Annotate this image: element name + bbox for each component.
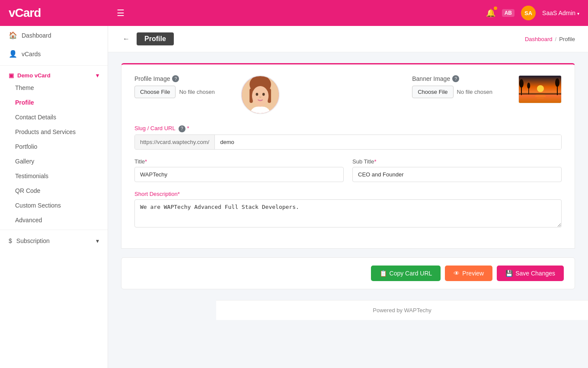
sidebar-section-demo-vcard[interactable]: ▣ Demo vCard ▾ [0, 68, 108, 80]
title-label: Title* [134, 158, 344, 165]
sidebar-item-dashboard[interactable]: 🏠 Dashboard [0, 26, 108, 45]
breadcrumb-current: Profile [559, 36, 575, 42]
sidebar-item-portfolio[interactable]: Portfolio [0, 139, 108, 154]
banner-image-group: Banner Image ? Choose File No file chose… [412, 75, 492, 98]
sidebar-arrow-icon: ▾ [96, 72, 99, 79]
slug-label: Slug / Card URL ? * [134, 125, 562, 132]
vcards-icon: 👤 [9, 50, 17, 58]
sidebar-label-portfolio: Portfolio [15, 143, 37, 150]
sidebar: 🏠 Dashboard 👤 vCards ▣ Demo vCard ▾ Them… [0, 26, 108, 368]
subtitle-label: Sub Title* [352, 158, 562, 165]
banner-image-help-icon[interactable]: ? [452, 75, 459, 82]
subtitle-input[interactable] [352, 167, 562, 182]
sidebar-item-qr-code[interactable]: QR Code [0, 183, 108, 198]
sidebar-label-testimonials: Testimonials [15, 173, 48, 179]
subscription-arrow-icon: ▾ [96, 237, 99, 244]
sidebar-label-qr-code: QR Code [15, 187, 40, 194]
profile-image-svg [242, 75, 279, 114]
svg-point-10 [537, 85, 544, 92]
sidebar-label-demo-vcard: Demo vCard [17, 72, 51, 79]
user-avatar[interactable]: SA [521, 6, 536, 20]
sidebar-label-gallery: Gallery [15, 158, 34, 165]
notification-icon[interactable]: 🔔 [486, 8, 495, 18]
preview-label: Preview [462, 270, 484, 277]
sidebar-item-testimonials[interactable]: Testimonials [0, 169, 108, 183]
sidebar-item-products-services[interactable]: Products and Services [0, 125, 108, 139]
profile-image-help-icon[interactable]: ? [172, 75, 179, 82]
save-changes-button[interactable]: 💾 Save Changes [497, 266, 564, 281]
save-changes-label: Save Changes [515, 270, 555, 277]
sidebar-item-theme[interactable]: Theme [0, 80, 108, 95]
subtitle-col: Sub Title* [352, 158, 562, 182]
subtitle-required: * [374, 158, 377, 165]
profile-image-group: Profile Image ? Choose File No file chos… [134, 75, 215, 98]
profile-image-preview [241, 75, 280, 114]
sidebar-item-contact-details[interactable]: Contact Details [0, 110, 108, 125]
breadcrumb-home[interactable]: Dashboard [525, 36, 553, 42]
brand-logo: vCard [9, 6, 117, 20]
title-input[interactable] [134, 167, 344, 182]
sidebar-item-advanced[interactable]: Advanced [0, 213, 108, 227]
profile-image-label: Profile Image ? [134, 75, 215, 82]
copy-card-url-label: Copy Card URL [390, 270, 432, 277]
profile-image-choose-btn[interactable]: Choose File [134, 86, 176, 98]
sidebar-label-profile: Profile [15, 99, 34, 106]
language-selector[interactable]: AB [502, 9, 514, 17]
notification-badge [494, 6, 497, 10]
navbar-right: 🔔 AB SA SaaS Admin ▾ [486, 6, 579, 20]
svg-point-20 [527, 83, 530, 89]
page-header: ← Profile Dashboard / Profile [108, 26, 588, 52]
slug-required: * [187, 125, 189, 131]
sidebar-item-subscription[interactable]: $ Subscription ▾ [0, 232, 108, 250]
slug-input[interactable] [215, 135, 561, 149]
svg-point-18 [555, 78, 559, 87]
sidebar-label-contact-details: Contact Details [15, 114, 56, 121]
sidebar-item-gallery[interactable]: Gallery [0, 154, 108, 169]
copy-card-url-button[interactable]: 📋 Copy Card URL [371, 266, 441, 281]
banner-image-svg [519, 76, 562, 103]
sidebar-label-subscription: Subscription [16, 237, 50, 244]
description-label: Short Description* [134, 191, 562, 197]
banner-image-choose-btn[interactable]: Choose File [412, 86, 453, 98]
banner-image-file-chosen: No file chosen [457, 89, 492, 95]
title-subtitle-row: Title* Sub Title* [134, 158, 562, 182]
footer-text: Powered by WAPTechy [373, 307, 431, 314]
description-textarea[interactable]: We are WAPTechy Advanced Full Stack Deve… [134, 199, 562, 227]
actions-card: 📋 Copy Card URL 👁 Preview 💾 Save Changes [121, 257, 575, 289]
home-icon: 🏠 [9, 31, 17, 39]
back-button[interactable]: ← [121, 33, 131, 45]
sidebar-label-theme: Theme [15, 84, 34, 91]
vcard-section-icon: ▣ [9, 72, 14, 79]
preview-button[interactable]: 👁 Preview [445, 266, 492, 281]
image-upload-row: Profile Image ? Choose File No file chos… [134, 75, 562, 114]
sidebar-item-vcards[interactable]: 👤 vCards [0, 45, 108, 63]
sidebar-item-custom-sections[interactable]: Custom Sections [0, 198, 108, 213]
footer: Powered by WAPTechy [216, 300, 588, 320]
save-icon: 💾 [505, 270, 513, 277]
banner-image-input-row: Choose File No file chosen [412, 86, 492, 98]
profile-form-card: Profile Image ? Choose File No file chos… [121, 63, 575, 249]
url-prefix: https://vcard.waptechy.com/ [135, 135, 215, 149]
preview-icon: 👁 [454, 270, 460, 277]
sidebar-label-custom-sections: Custom Sections [15, 202, 61, 209]
user-name[interactable]: SaaS Admin ▾ [542, 10, 579, 16]
svg-rect-21 [519, 93, 562, 95]
svg-rect-11 [519, 94, 562, 103]
sidebar-item-profile[interactable]: Profile [0, 95, 108, 110]
page-header-left: ← Profile [121, 32, 174, 45]
svg-point-7 [262, 93, 265, 96]
breadcrumb: Dashboard / Profile [525, 36, 575, 42]
svg-point-16 [519, 79, 524, 88]
url-input-row: https://vcard.waptechy.com/ [134, 134, 562, 150]
description-section: Short Description* We are WAPTechy Advan… [134, 191, 562, 229]
sidebar-label-advanced: Advanced [15, 217, 42, 224]
banner-image-label: Banner Image ? [412, 75, 492, 82]
breadcrumb-separator: / [555, 36, 557, 42]
banner-image-preview [518, 75, 562, 103]
description-required: * [178, 191, 180, 197]
hamburger-menu[interactable]: ☰ [117, 8, 125, 18]
copy-icon: 📋 [380, 270, 387, 277]
profile-image-file-chosen: No file chosen [179, 89, 214, 95]
slug-help-icon[interactable]: ? [179, 125, 185, 132]
user-dropdown-arrow: ▾ [577, 11, 579, 16]
